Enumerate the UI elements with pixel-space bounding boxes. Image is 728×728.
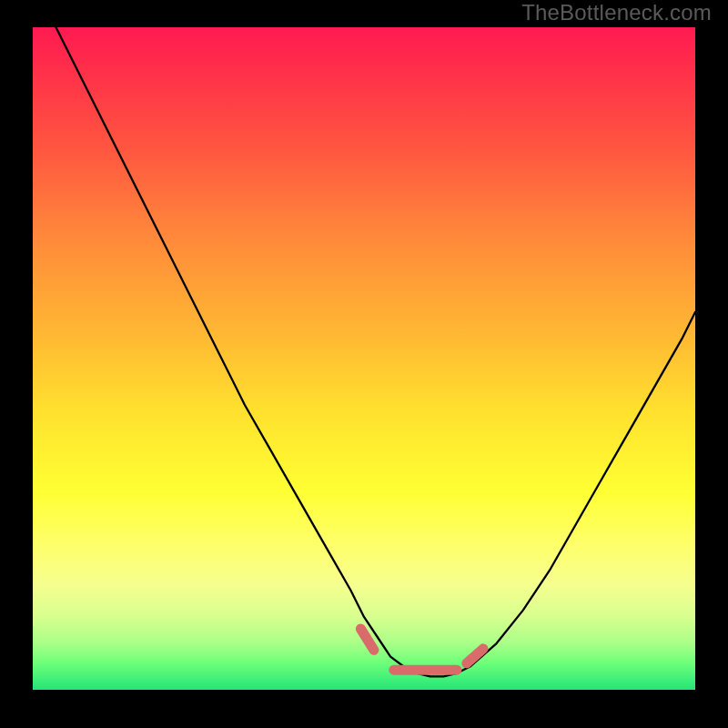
marker-segment [467, 649, 483, 663]
curve-svg [33, 27, 695, 690]
plot-area [33, 27, 695, 690]
chart-container: TheBottleneck.com [0, 0, 728, 728]
marker-segment [360, 629, 374, 650]
bottleneck-curve [33, 0, 695, 676]
optimal-band-markers [360, 629, 483, 670]
watermark-text: TheBottleneck.com [521, 0, 712, 25]
